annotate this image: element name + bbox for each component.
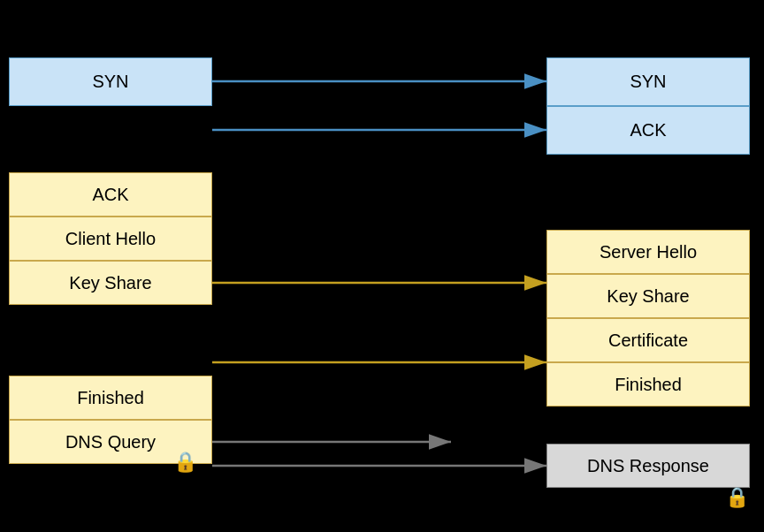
syn-left: SYN [9,57,212,106]
lock2: 🔒 [725,486,749,509]
finished-left: Finished [9,376,212,420]
key-share-left: Key Share [9,261,212,305]
ack-right: ACK [546,106,750,155]
dns-response: DNS Response [546,444,750,488]
key-share-right: Key Share [546,274,750,318]
ack-left: ACK [9,172,212,217]
syn-right: SYN [546,57,750,106]
lock1: 🔒 [173,451,197,474]
diagram: SYNSYNACKACKClient HelloKey ShareServer … [0,0,764,532]
server-hello: Server Hello [546,230,750,274]
certificate: Certificate [546,318,750,362]
finished-right: Finished [546,362,750,407]
client-hello: Client Hello [9,217,212,261]
